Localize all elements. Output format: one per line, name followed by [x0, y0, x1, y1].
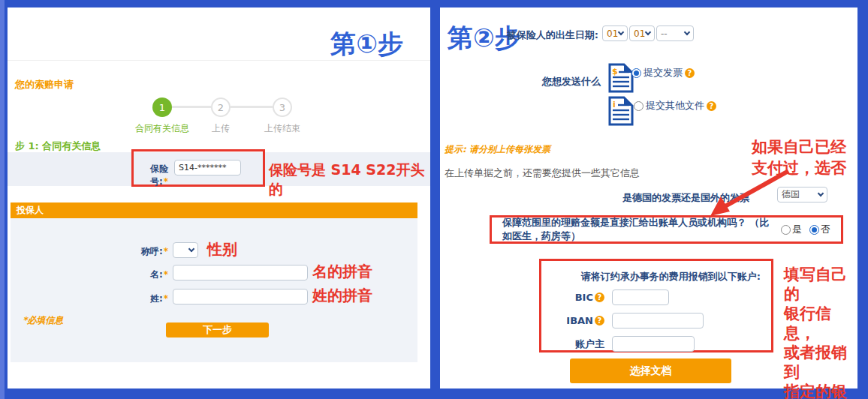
stepper-circle-2: 2 [211, 98, 231, 117]
upload-tip: 提示: 请分别上传每张发票 [445, 143, 550, 156]
direct-payment-question: 保障范围里的理赔金额是直接汇给出账单人员或机构吗？ （比如医生，药房等） 是 否 [490, 215, 843, 244]
stepper-number: 1 [159, 102, 165, 113]
required-asterisk: * [164, 269, 168, 280]
dob-month-select[interactable]: 01 [629, 26, 655, 41]
salutation-annotation: 性别 [207, 239, 237, 260]
other-document-icon: i [608, 96, 634, 126]
dob-label: 被保险人的出生日期: [486, 28, 598, 42]
select-value: 01 [607, 28, 618, 39]
question-text: 保障范围里的理赔金额是直接汇给出账单人员或机构吗？ （比如医生，药房等） [502, 216, 773, 243]
invoice-document-icon: $ [608, 63, 634, 93]
chevron-down-icon [818, 190, 824, 196]
stepper-number: 2 [218, 102, 224, 113]
svg-text:i: i [613, 100, 616, 110]
help-icon[interactable] [707, 101, 716, 111]
stepper-connector [172, 106, 211, 108]
last-name-annotation: 姓的拼音 [312, 286, 372, 306]
bank-details-box: 请将订约承办事务的费用报销到以下账户: BIC IBAN 账户主 [539, 259, 773, 352]
policy-number-input[interactable] [174, 160, 241, 176]
dob-year-select[interactable]: -- [656, 26, 694, 41]
option-yes[interactable]: 是 [781, 223, 802, 236]
stepper-label-upload-done: 上传结束 [252, 122, 312, 135]
required-asterisk: * [164, 293, 168, 304]
bank-annotation: 填写自己的 银行信息， 或者报销到 指定的银行 卡 [784, 265, 857, 399]
stepper-number: 3 [279, 102, 285, 113]
radio-no[interactable] [809, 225, 819, 235]
info-text: 在上传单据之前，还需要您提供一些其它信息 [445, 166, 640, 180]
stepper-circle-3: 3 [273, 98, 292, 117]
label-text: IBAN [566, 315, 593, 326]
choose-documents-button[interactable]: 选择文档 [570, 358, 731, 383]
submit-invoice-option[interactable]: 提交发票 [631, 66, 695, 80]
required-fields-note: *必填信息 [23, 314, 63, 327]
bank-details-title: 请将订约承办事务的费用报销到以下账户: [581, 270, 761, 284]
svg-text:$: $ [612, 67, 618, 76]
bic-label: BIC [575, 292, 604, 303]
select-value: -- [661, 28, 668, 39]
last-name-label: 姓:* [116, 292, 168, 305]
next-step-button[interactable]: 下一步 [166, 322, 269, 338]
first-name-label: 名:* [116, 268, 168, 281]
radio-submit-invoice[interactable] [631, 68, 641, 78]
option-label: 提交其他文件 [646, 99, 704, 112]
option-label: 提交发票 [643, 66, 683, 80]
required-asterisk: * [164, 246, 168, 256]
stepper-circle-1: 1 [152, 98, 172, 117]
account-holder-input[interactable] [612, 336, 695, 352]
stepper-label-contract-info: 合同有关信息 [125, 122, 200, 135]
radio-yes[interactable] [781, 225, 791, 235]
policy-number-annotation: 保险号是 S14 S22开头的 [269, 160, 430, 200]
label-text: 称呼: [141, 246, 163, 256]
stepper-connector [231, 106, 273, 108]
bic-input[interactable] [612, 290, 669, 305]
help-icon[interactable] [595, 316, 604, 326]
chevron-down-icon [645, 29, 651, 35]
label-text: 姓: [150, 293, 163, 304]
radio-submit-other-docs[interactable] [634, 101, 643, 111]
label-text: 账户主 [575, 338, 604, 351]
left-edge-highlight [0, 0, 5, 399]
step1-heading: 步 1: 合同有关信息 [15, 140, 101, 153]
label-text: BIC [575, 292, 593, 303]
policy-number-label: 保险号:* [134, 163, 168, 188]
step1-badge: 第①步 [330, 27, 403, 62]
dob-day-select[interactable]: 01 [602, 26, 628, 41]
stepper-label-upload: 上传 [198, 122, 243, 135]
select-value: 01 [634, 28, 645, 39]
header-divider [8, 60, 430, 61]
option-no[interactable]: 否 [809, 223, 830, 236]
policyholder-section: 投保人 称呼:* 性别 名:* 名的拼音 姓:* 姓的拼音 *必填信息 [11, 202, 417, 362]
chevron-down-icon [188, 246, 194, 252]
submit-other-docs-option[interactable]: 提交其他文件 [634, 99, 716, 112]
option-label: 是 [792, 223, 802, 236]
iban-label: IBAN [566, 315, 604, 326]
label-text: 名: [150, 269, 163, 280]
question-options: 是 否 [781, 223, 830, 236]
help-icon[interactable] [685, 68, 695, 78]
first-name-annotation: 名的拼音 [312, 262, 372, 282]
chevron-down-icon [684, 29, 690, 35]
chevron-down-icon [618, 29, 624, 35]
policyholder-body: 称呼:* 性别 名:* 名的拼音 姓:* 姓的拼音 *必填信息 [11, 218, 417, 362]
account-holder-row: 账户主 [541, 336, 771, 352]
required-asterisk: * [164, 176, 168, 187]
step1-panel: 第①步 您的索赔申请 1 2 3 合同有关信息 上传 上传结束 步 1: 合同有… [8, 8, 430, 388]
iban-row: IBAN [541, 313, 771, 328]
claim-application-title: 您的索赔申请 [15, 78, 74, 92]
account-holder-label: 账户主 [575, 338, 604, 351]
salutation-select[interactable] [173, 242, 198, 258]
help-icon[interactable] [595, 292, 604, 302]
salutation-label: 称呼:* [116, 245, 168, 258]
step2-panel: 第②步 被保险人的出生日期: 01 01 -- 您想发送什么 $ 提交发票 i … [440, 8, 857, 388]
first-name-input[interactable] [173, 265, 308, 280]
option-label: 否 [821, 223, 830, 236]
send-what-label: 您想发送什么 [518, 75, 601, 88]
last-name-input[interactable] [173, 289, 308, 304]
bic-row: BIC [541, 290, 771, 305]
policyholder-header: 投保人 [11, 202, 417, 218]
iban-input[interactable] [612, 313, 704, 328]
